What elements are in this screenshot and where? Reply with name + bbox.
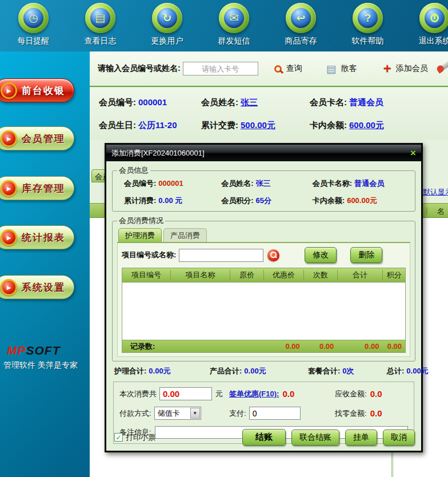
item-search-icon[interactable] <box>267 249 279 261</box>
receivable-group: 应收金额: 0.0 <box>335 389 408 399</box>
table-empty-body[interactable] <box>122 282 405 340</box>
table-header-row: 项目编号 项目名称 原价 优惠价 次数 合计 积分 <box>122 268 405 282</box>
amount-unit: 元 <box>215 389 223 399</box>
pay-method-label: 付款方式: <box>119 408 151 419</box>
member-info-legend: 会员信息 <box>117 165 150 176</box>
toolbar-item-daily-reminder[interactable]: ◷ 每日提醒 <box>0 0 67 51</box>
toolbar-item-goods-deposit[interactable]: ↩ 商品寄存 <box>267 0 334 51</box>
item-code-label: 项目编号或名称: <box>122 250 176 260</box>
add-icon: + <box>383 63 391 74</box>
summary-card-name: 会员卡名:普通会员 <box>310 97 383 108</box>
consumption-table: 项目编号 项目名称 原价 优惠价 次数 合计 积分 记录数: 0.00 <box>122 268 406 353</box>
toolbar-item-help[interactable]: ? 软件帮助 <box>334 0 401 51</box>
consume-amount-input[interactable] <box>159 387 212 400</box>
top-toolbar: ◷ 每日提醒 ▤ 查看日志 ↻ 更换用户 ✉ 群发短信 ↩ 商品寄存 ? 软件帮… <box>0 0 448 51</box>
member-summary: 会员编号:000001 会员姓名:张三 会员卡名:普通会员 会员生日:公历11-… <box>90 88 448 140</box>
package-total: 套餐合计:0次 <box>308 366 387 376</box>
dlg-card-name: 会员卡名称:普通会员 <box>313 178 408 189</box>
sidebar: ▶ 前台收银 ▶ 会员管理 ▶ 库存管理 ▶ 统计报表 ▶ 系统设置 MPSOF… <box>0 51 90 477</box>
power-icon <box>419 3 448 33</box>
sidebar-item-reports[interactable]: ▶ 统计报表 <box>0 225 74 249</box>
dialog-titlebar[interactable]: 添加消费[XF202401060001] × <box>106 145 421 161</box>
modify-button[interactable]: 修改 <box>305 247 337 263</box>
switch-user-icon: ↻ <box>152 3 182 33</box>
clock-icon: ◷ <box>18 3 49 33</box>
consume-amount-label: 本次消费共 <box>119 389 157 399</box>
app-window: ◷ 每日提醒 ▤ 查看日志 ↻ 更换用户 ✉ 群发短信 ↩ 商品寄存 ? 软件帮… <box>0 0 448 477</box>
walkin-button[interactable]: 散客 <box>341 63 357 74</box>
tab-care-consumption[interactable]: 护理消费 <box>118 228 162 242</box>
dialog-title: 添加消费[XF202401060001] <box>111 148 205 158</box>
summary-member-no: 会员编号:000001 <box>99 97 167 108</box>
discount-group: 签单优惠(F10): 0.0 <box>229 389 335 399</box>
mpsoft-logo: MPSOFT <box>7 344 61 357</box>
wrench-icon[interactable] <box>438 59 448 71</box>
toolbar-item-switch-user[interactable]: ↻ 更换用户 <box>134 0 201 51</box>
toolbar-item-exit[interactable]: 退出系统 <box>401 0 448 51</box>
play-icon: ▶ <box>1 229 17 246</box>
change-value: 0.0 <box>370 408 382 418</box>
cancel-button[interactable]: 取消 <box>383 430 415 446</box>
change-group: 找零金额: 0.0 <box>335 408 408 419</box>
sidebar-item-cashier[interactable]: ▶ 前台收银 <box>0 78 74 102</box>
close-icon[interactable]: × <box>410 148 416 158</box>
receivable-label: 应收金额: <box>335 389 367 399</box>
summary-total-paid: 累计交费:500.00元 <box>201 120 275 131</box>
sign-discount-link[interactable]: 签单优惠(F10): <box>229 389 279 399</box>
sidebar-item-inventory[interactable]: ▶ 库存管理 <box>0 176 74 200</box>
consumption-legend: 会员消费情况 <box>117 216 165 226</box>
log-icon: ▤ <box>85 3 115 33</box>
consumption-group: 会员消费情况 护理消费 产品消费 项目编号或名称: 修改 删除 <box>112 216 415 361</box>
card-number-input[interactable] <box>183 62 258 75</box>
summary-birthday: 会员生日:公历11-20 <box>99 120 177 131</box>
play-icon: ▶ <box>1 180 17 197</box>
deposit-icon: ↩ <box>286 3 316 33</box>
pay-amount-group: 支付: <box>229 407 335 420</box>
logo-slogan: 管理软件 美萍是专家 <box>3 360 78 371</box>
grand-total: 总计:0.00元 <box>387 366 429 376</box>
settle-button[interactable]: 结账 <box>242 429 286 446</box>
totals-row: 护理合计:0.00元 产品合计:0.00元 套餐合计:0次 总计:0.00元 <box>106 361 421 377</box>
dlg-member-name: 会员姓名:张三 <box>221 178 313 189</box>
dlg-member-no: 会员编号:000001 <box>124 178 221 189</box>
consumption-tabs: 护理消费 产品消费 <box>117 226 410 243</box>
help-icon: ? <box>353 3 383 33</box>
walkin-icon: ▤ <box>326 63 337 74</box>
care-consumption-panel: 项目编号或名称: 修改 删除 项目编号 项目名称 原价 优惠价 次数 <box>117 243 410 357</box>
care-total: 护理合计:0.00元 <box>114 366 210 376</box>
add-consumption-dialog: 添加消费[XF202401060001] × 会员信息 会员编号:000001 … <box>105 143 423 452</box>
discount-value: 0.0 <box>282 389 294 399</box>
sms-icon: ✉ <box>219 3 249 33</box>
summary-member-name: 会员姓名:张三 <box>201 97 258 108</box>
dialog-footer: ✓ 打印小票 结账 联合结账 挂单 取消 <box>114 429 415 446</box>
sidebar-item-members[interactable]: ▶ 会员管理 <box>0 126 74 150</box>
member-search-bar: 请输入会员编号或姓名: 查询 ▤ 散客 + 添加会员 <box>90 51 448 87</box>
dlg-total-consumed: 累计消费:0.00 元 <box>124 196 221 206</box>
item-code-input[interactable] <box>179 249 263 262</box>
add-member-button[interactable]: 添加会员 <box>396 63 428 74</box>
delete-button[interactable]: 删除 <box>350 247 382 263</box>
checkbox-check-icon: ✓ <box>114 433 123 442</box>
pay-label: 支付: <box>229 408 246 419</box>
toolbar-item-view-log[interactable]: ▤ 查看日志 <box>67 0 134 51</box>
joint-settle-button[interactable]: 联合结账 <box>291 430 339 446</box>
pay-input[interactable] <box>249 407 301 420</box>
pay-method-group: 付款方式: 储值卡 ▼ <box>119 407 229 420</box>
tab-product-consumption[interactable]: 产品消费 <box>163 228 207 242</box>
table-record-row: 记录数: 0.00 0.00 0.00 0.00 <box>122 340 405 352</box>
play-icon: ▶ <box>1 279 17 296</box>
pay-method-select[interactable]: 储值卡 ▼ <box>154 407 201 420</box>
record-count-label: 记录数: <box>122 341 264 352</box>
receivable-value: 0.0 <box>370 389 382 399</box>
chevron-down-icon[interactable]: ▼ <box>190 408 200 419</box>
query-button[interactable]: 查询 <box>286 63 302 74</box>
print-receipt-checkbox[interactable]: ✓ 打印小票 <box>114 432 155 443</box>
print-receipt-label: 打印小票 <box>126 432 155 443</box>
member-info-group: 会员信息 会员编号:000001 会员姓名:张三 会员卡名称:普通会员 累计消费… <box>112 165 415 212</box>
play-icon: ▶ <box>1 82 17 99</box>
sidebar-item-settings[interactable]: ▶ 系统设置 <box>0 275 74 299</box>
dlg-member-points: 会员积分:65分 <box>221 196 313 206</box>
hold-order-button[interactable]: 挂单 <box>345 430 377 446</box>
toolbar-item-group-sms[interactable]: ✉ 群发短信 <box>201 0 267 51</box>
consume-amount-group: 本次消费共 元 <box>119 387 229 400</box>
